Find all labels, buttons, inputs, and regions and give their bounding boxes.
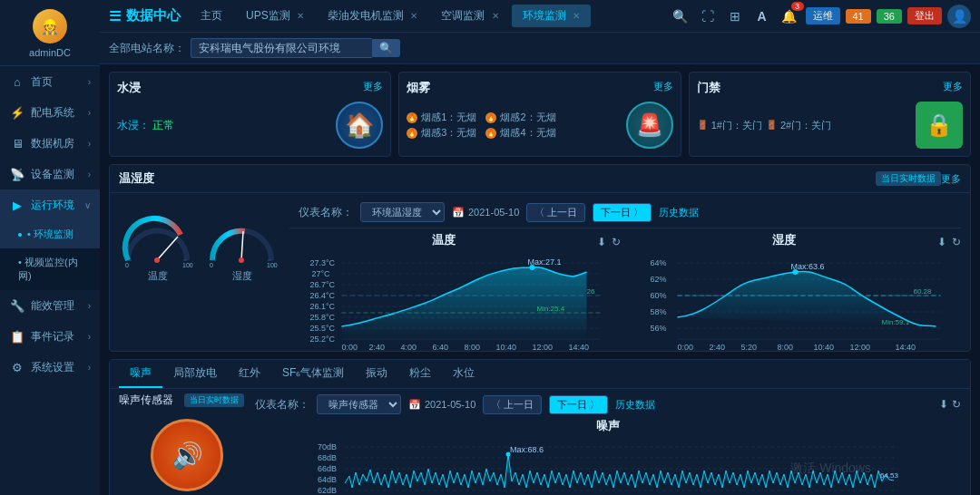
- temp-charts-wrapper: 仪表名称： 环境温湿度 📅 2021-05-10 〈 上一日 下一日 〉 历史数…: [289, 197, 961, 351]
- smoke-icon-2: 🔥: [485, 112, 496, 123]
- sidebar-item-home[interactable]: ⌂ 首页 ›: [0, 66, 100, 97]
- tab-dust[interactable]: 粉尘: [398, 360, 442, 388]
- btn-count-orange[interactable]: 41: [846, 9, 871, 24]
- noise-chart-area: 仪表名称： 噪声传感器 📅 2021-05-10 〈 上一日 下一日 〉 历史数…: [255, 393, 961, 495]
- svg-text:5:20: 5:20: [741, 343, 758, 352]
- temp-refresh-icon[interactable]: ↻: [612, 236, 621, 248]
- btn-logout[interactable]: 登出: [907, 7, 942, 24]
- tab-env[interactable]: 环境监测 ✕: [512, 5, 591, 27]
- temp-prev-btn[interactable]: 〈 上一日: [526, 203, 585, 222]
- search-icon[interactable]: 🔍: [670, 5, 691, 27]
- avatar: 👷: [33, 9, 67, 44]
- smoke-label-3: 烟感3：无烟: [421, 126, 476, 140]
- smoke-label-4: 烟感4：无烟: [500, 126, 555, 140]
- smoke-card-more[interactable]: 更多: [653, 80, 673, 93]
- svg-point-3: [154, 257, 160, 263]
- fullscreen-icon[interactable]: ⛶: [697, 5, 719, 27]
- tab-sf6[interactable]: SF₆气体监测: [271, 360, 355, 388]
- svg-text:4:00: 4:00: [401, 343, 417, 352]
- smoke-label-1: 烟感1：无烟: [421, 111, 476, 124]
- sidebar-item-running[interactable]: ▶ 运行环境 ∨: [0, 189, 100, 220]
- btn-operation[interactable]: 运维: [806, 7, 840, 24]
- sidebar-item-datacenter[interactable]: 🖥 数据机房 ›: [0, 128, 100, 159]
- tab-close-ac[interactable]: ✕: [492, 11, 499, 21]
- tab-water-level[interactable]: 水位: [442, 360, 485, 388]
- humi-gauge: 0 100 56.7°C 湿度: [203, 215, 280, 283]
- temp-sensor-select[interactable]: 环境温湿度: [360, 202, 445, 222]
- svg-text:26.1°C: 26.1°C: [310, 302, 336, 311]
- svg-text:14:40: 14:40: [896, 343, 916, 352]
- tab-partial-discharge[interactable]: 局部放电: [162, 360, 228, 388]
- noise-refresh-icon[interactable]: ↻: [952, 398, 961, 411]
- tab-close-env[interactable]: ✕: [573, 11, 580, 21]
- humi-download-icon[interactable]: ⬇: [937, 236, 946, 248]
- tab-home[interactable]: 主页: [190, 5, 233, 27]
- svg-text:64dB: 64dB: [318, 475, 337, 484]
- temp-more[interactable]: 更多: [941, 172, 961, 186]
- temp-next-btn[interactable]: 下一日 〉: [593, 203, 652, 222]
- tab-vibration[interactable]: 振动: [355, 360, 398, 388]
- monitor-arrow: ›: [88, 170, 91, 180]
- gauges-row: 0 100 27.1°C 温度: [119, 215, 280, 283]
- date-icon-temp: 📅: [452, 207, 465, 218]
- noise-chart-title: 噪声: [255, 418, 961, 434]
- svg-text:Max:63.6: Max:63.6: [791, 262, 825, 271]
- temp-hist-btn[interactable]: 历史数据: [659, 206, 699, 219]
- tab-close-diesel[interactable]: ✕: [410, 11, 417, 21]
- sidebar-item-video[interactable]: • 视频监控(内网): [0, 248, 100, 290]
- running-arrow: ∨: [84, 200, 91, 210]
- door-card-more[interactable]: 更多: [943, 80, 963, 93]
- door-icon-main: 🔒: [916, 102, 963, 149]
- water-card-more[interactable]: 更多: [363, 80, 383, 93]
- tab-noise[interactable]: 噪声: [119, 360, 162, 388]
- smoke-item-3: 🔥 烟感3：无烟: [407, 126, 476, 140]
- sidebar-item-env[interactable]: • 环境监测: [0, 220, 100, 248]
- charts-pair: 温度 ⬇ ↻: [289, 228, 961, 351]
- humi-refresh-icon[interactable]: ↻: [952, 236, 961, 248]
- temp-date-ctrl: 📅 2021-05-10: [452, 207, 519, 218]
- sidebar-item-monitor[interactable]: 📡 设备监测 ›: [0, 159, 100, 189]
- noise-sensor-label: 仪表名称：: [255, 397, 309, 412]
- settings-icon: ⚙: [9, 359, 25, 375]
- content-header: 全部电站名称： 🔍: [100, 33, 980, 64]
- tab-close-ups[interactable]: ✕: [297, 11, 304, 21]
- sidebar-item-events[interactable]: 📋 事件记录 ›: [0, 321, 100, 352]
- tab-ac[interactable]: 空调监测 ✕: [430, 5, 509, 27]
- water-status: 水浸： 正常: [117, 118, 174, 133]
- noise-download-icon[interactable]: ⬇: [939, 398, 948, 411]
- tab-infrared[interactable]: 红外: [228, 360, 271, 388]
- temp-download-icon[interactable]: ⬇: [597, 236, 606, 248]
- sidebar-nav: ⌂ 首页 › ⚡ 配电系统 › 🖥 数据机房 › 📡 设备监测 › ▶ 运行: [0, 66, 100, 495]
- user-avatar[interactable]: 👤: [947, 5, 971, 28]
- font-icon[interactable]: A: [751, 5, 773, 27]
- noise-hist-btn[interactable]: 历史数据: [615, 398, 655, 412]
- noise-next-btn[interactable]: 下一日 〉: [549, 395, 608, 414]
- water-card-title: 水浸: [117, 80, 383, 96]
- tab-diesel[interactable]: 柴油发电机监测 ✕: [317, 5, 428, 27]
- noise-chart-controls: 仪表名称： 噪声传感器 📅 2021-05-10 〈 上一日 下一日 〉 历史数…: [255, 393, 961, 418]
- svg-text:0:00: 0:00: [678, 343, 694, 352]
- noise-sensor-select[interactable]: 噪声传感器: [317, 394, 401, 414]
- btn-count-green[interactable]: 36: [877, 9, 902, 24]
- sidebar-item-power[interactable]: ⚡ 配电系统 ›: [0, 97, 100, 128]
- smoke-item-4: 🔥 烟感4：无烟: [485, 126, 555, 140]
- station-label: 全部电站名称：: [109, 41, 185, 56]
- noise-date-ctrl: 📅 2021-05-10: [408, 399, 475, 411]
- tab-ups[interactable]: UPS监测 ✕: [235, 5, 315, 27]
- notification-icon[interactable]: 🔔 3: [779, 5, 800, 27]
- sidebar-item-service[interactable]: 🔧 能效管理 ›: [0, 290, 100, 321]
- door-card: 门禁 更多 🚪 1#门：关门 🚪 2#门：关门: [689, 72, 971, 157]
- content-scroll[interactable]: 全部电站名称： 🔍 水浸 更多 水浸： 正常: [100, 33, 980, 495]
- noise-badge[interactable]: 当日实时数据: [184, 393, 244, 407]
- station-input[interactable]: [191, 38, 372, 58]
- station-search-button[interactable]: 🔍: [372, 39, 400, 57]
- grid-icon[interactable]: ⊞: [724, 5, 746, 27]
- temp-gauge: 0 100 27.1°C 温度: [119, 215, 196, 283]
- datacenter-icon: 🖥: [9, 135, 25, 151]
- sidebar-item-settings[interactable]: ⚙ 系统设置 ›: [0, 352, 100, 383]
- smoke-icon-1: 🔥: [407, 112, 417, 123]
- noise-prev-btn[interactable]: 〈 上一日: [483, 395, 542, 414]
- temp-badge[interactable]: 当日实时数据: [876, 171, 941, 186]
- topbar-actions: 🔍 ⛶ ⊞ A 🔔 3 运维 41 36 登出 👤: [670, 5, 972, 28]
- noise-circle-icon: 🔊: [172, 441, 203, 471]
